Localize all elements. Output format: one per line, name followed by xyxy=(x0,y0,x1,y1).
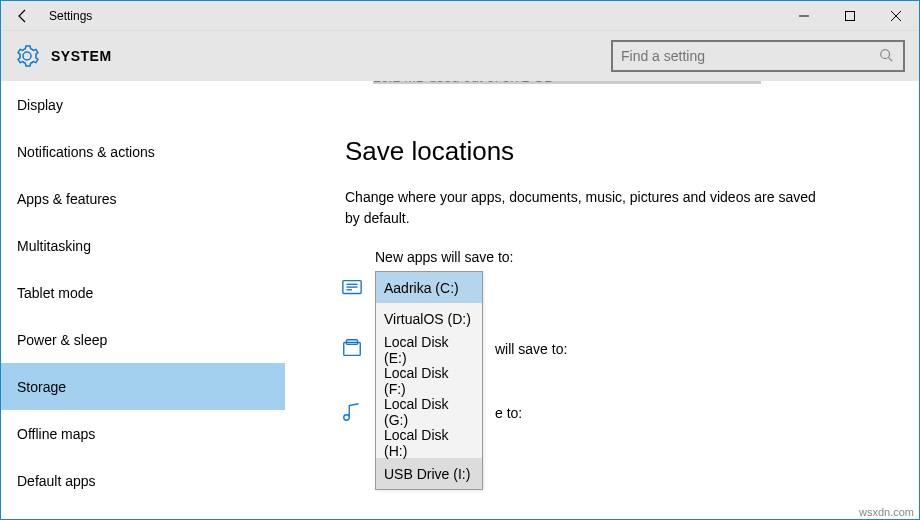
dropdown-option[interactable]: USB Drive (I:) xyxy=(376,458,482,489)
window-title: Settings xyxy=(49,9,781,23)
apps-icon xyxy=(341,277,363,299)
header: SYSTEM xyxy=(1,31,919,81)
sidebar-item-display[interactable]: Display xyxy=(1,81,285,128)
main-content: 16.1 MB used out of 3.72 GB Save locatio… xyxy=(285,81,919,519)
sidebar-item-notifications[interactable]: Notifications & actions xyxy=(1,128,285,175)
save-group-apps: New apps will save to: Aadrika (C:) Virt… xyxy=(375,249,919,265)
sidebar-item-label: Display xyxy=(17,97,63,113)
back-button[interactable] xyxy=(1,1,45,31)
dropdown-option[interactable]: Aadrika (C:) xyxy=(376,272,482,303)
dropdown-option[interactable]: Local Disk (E:) xyxy=(376,334,482,365)
sidebar-item-label: Multitasking xyxy=(17,238,91,254)
dropdown-option[interactable]: VirtualOS (D:) xyxy=(376,303,482,334)
dropdown-option[interactable]: Local Disk (F:) xyxy=(376,365,482,396)
sidebar-item-apps-features[interactable]: Apps & features xyxy=(1,175,285,222)
svg-point-4 xyxy=(881,50,890,59)
sidebar-item-storage[interactable]: Storage xyxy=(1,363,285,410)
dropdown-option[interactable]: Local Disk (H:) xyxy=(376,427,482,458)
sidebar-item-offline-maps[interactable]: Offline maps xyxy=(1,410,285,457)
minimize-button[interactable] xyxy=(781,1,827,31)
gear-icon xyxy=(15,44,39,68)
sidebar-item-label: Apps & features xyxy=(17,191,117,207)
storage-usage-text: 16.1 MB used out of 3.72 GB xyxy=(373,81,919,85)
section-title: Save locations xyxy=(345,136,919,167)
sidebar-item-power-sleep[interactable]: Power & sleep xyxy=(1,316,285,363)
sidebar-item-label: Storage xyxy=(17,379,66,395)
search-input[interactable] xyxy=(621,48,879,64)
sidebar-item-default-apps[interactable]: Default apps xyxy=(1,457,285,504)
save-label-documents: will save to: xyxy=(495,341,919,357)
music-icon xyxy=(341,401,363,423)
close-button[interactable] xyxy=(873,1,919,31)
drive-dropdown[interactable]: Aadrika (C:) VirtualOS (D:) Local Disk (… xyxy=(375,271,483,490)
sidebar-item-label: Default apps xyxy=(17,473,96,489)
documents-icon xyxy=(341,337,363,359)
search-icon xyxy=(879,48,895,64)
sidebar-item-multitasking[interactable]: Multitasking xyxy=(1,222,285,269)
svg-line-5 xyxy=(889,58,893,62)
save-label-music: e to: xyxy=(495,405,919,421)
search-box[interactable] xyxy=(611,40,905,72)
sidebar-item-label: Offline maps xyxy=(17,426,95,442)
titlebar: Settings xyxy=(1,1,919,31)
sidebar: Display Notifications & actions Apps & f… xyxy=(1,81,285,519)
sidebar-item-label: Tablet mode xyxy=(17,285,93,301)
save-label-apps: New apps will save to: xyxy=(375,249,919,265)
sidebar-item-label: Power & sleep xyxy=(17,332,107,348)
maximize-button[interactable] xyxy=(827,1,873,31)
watermark: wsxdn.com xyxy=(859,506,914,518)
svg-rect-1 xyxy=(846,11,855,20)
dropdown-option[interactable]: Local Disk (G:) xyxy=(376,396,482,427)
sidebar-item-label: Notifications & actions xyxy=(17,144,155,160)
sidebar-item-tablet-mode[interactable]: Tablet mode xyxy=(1,269,285,316)
page-title: SYSTEM xyxy=(51,48,611,64)
section-description: Change where your apps, documents, music… xyxy=(345,187,825,229)
